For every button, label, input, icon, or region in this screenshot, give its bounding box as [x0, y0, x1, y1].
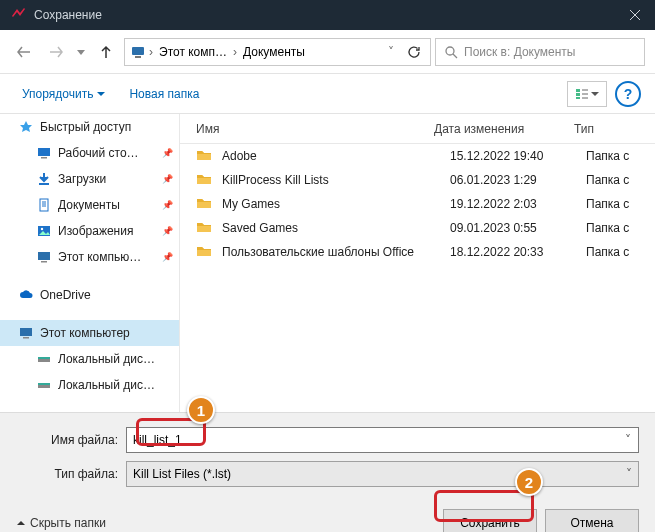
breadcrumb-item[interactable]: Этот комп… [155, 45, 231, 59]
pictures-icon [36, 223, 52, 239]
save-button[interactable]: Сохранить [443, 509, 537, 532]
sidebar-item-desktop[interactable]: Рабочий сто… 📌 [0, 140, 179, 166]
sidebar-item-label: Этот компьютер [40, 326, 130, 340]
sidebar-item-label: Локальный дис… [58, 378, 155, 392]
chevron-down-icon[interactable]: ˅ [618, 433, 638, 447]
sidebar-item-documents[interactable]: Документы 📌 [0, 192, 179, 218]
filetype-value: Kill List Files (*.lst) [133, 467, 231, 481]
file-row[interactable]: My Games19.12.2022 2:03Папка с [180, 192, 655, 216]
sidebar-item-label: Быстрый доступ [40, 120, 131, 134]
search-icon [444, 45, 458, 59]
svg-rect-5 [576, 97, 580, 99]
toolbar: Упорядочить Новая папка ? [0, 74, 655, 114]
svg-rect-7 [41, 157, 47, 159]
sidebar-item-label: Рабочий сто… [58, 146, 139, 160]
col-name[interactable]: Имя [180, 122, 434, 136]
file-type: Папка с [586, 221, 655, 235]
col-date[interactable]: Дата изменения [434, 122, 570, 136]
file-row[interactable]: Пользовательские шаблоны Office18.12.202… [180, 240, 655, 264]
file-date: 15.12.2022 19:40 [450, 149, 586, 163]
svg-rect-17 [38, 357, 50, 359]
filename-label: Имя файла: [16, 433, 118, 447]
pc-icon [18, 325, 34, 341]
chevron-down-icon[interactable]: ˅ [382, 45, 400, 59]
hide-folders-link[interactable]: Скрыть папки [16, 516, 106, 530]
sidebar-quickaccess[interactable]: Быстрый доступ [0, 114, 179, 140]
svg-rect-1 [135, 56, 141, 58]
svg-rect-6 [38, 148, 50, 156]
nav-history-dropdown[interactable] [74, 38, 88, 66]
svg-point-11 [41, 228, 43, 230]
window-title: Сохранение [34, 8, 645, 22]
pin-icon: 📌 [162, 226, 173, 236]
svg-rect-0 [132, 47, 144, 55]
sidebar-item-label: OneDrive [40, 288, 91, 302]
svg-rect-19 [38, 383, 50, 385]
filetype-combo[interactable]: Kill List Files (*.lst) ˅ [126, 461, 639, 487]
organize-button[interactable]: Упорядочить [14, 83, 113, 105]
breadcrumb-item[interactable]: Документы [239, 45, 309, 59]
filetype-label: Тип файла: [16, 467, 118, 481]
nav-up-button[interactable] [92, 38, 120, 66]
close-button[interactable] [615, 0, 655, 30]
folder-icon [196, 171, 214, 189]
desktop-icon [36, 145, 52, 161]
view-mode-button[interactable] [567, 81, 607, 107]
chevron-up-icon [16, 518, 26, 528]
nav-forward-button[interactable] [42, 38, 70, 66]
col-type[interactable]: Тип [570, 122, 655, 136]
file-type: Папка с [586, 149, 655, 163]
address-bar[interactable]: › Этот комп… › Документы ˅ [124, 38, 431, 66]
file-row[interactable]: KillProcess Kill Lists06.01.2023 1:29Пап… [180, 168, 655, 192]
file-date: 19.12.2022 2:03 [450, 197, 586, 211]
cancel-button[interactable]: Отмена [545, 509, 639, 532]
folder-icon [196, 147, 214, 165]
save-form: Имя файла: ˅ Тип файла: Kill List Files … [0, 412, 655, 503]
svg-rect-14 [20, 328, 32, 336]
nav-row: › Этот комп… › Документы ˅ Поиск в: Доку… [0, 30, 655, 74]
pin-icon: 📌 [162, 174, 173, 184]
column-headers[interactable]: Имя Дата изменения Тип [180, 114, 655, 144]
sidebar: Быстрый доступ Рабочий сто… 📌 Загрузки 📌… [0, 114, 180, 412]
cloud-icon [18, 287, 34, 303]
file-row[interactable]: Adobe15.12.2022 19:40Папка с [180, 144, 655, 168]
pin-icon: 📌 [162, 200, 173, 210]
chevron-right-icon: › [149, 45, 153, 59]
footer-bar: Скрыть папки Сохранить Отмена [0, 503, 655, 532]
folder-icon [196, 219, 214, 237]
sidebar-item-label: Изображения [58, 224, 133, 238]
svg-rect-9 [40, 199, 48, 211]
nav-back-button[interactable] [10, 38, 38, 66]
pin-icon: 📌 [162, 252, 173, 262]
sidebar-onedrive[interactable]: OneDrive [0, 282, 179, 308]
new-folder-button[interactable]: Новая папка [121, 83, 207, 105]
file-name: KillProcess Kill Lists [222, 173, 450, 187]
file-list: Имя Дата изменения Тип Adobe15.12.2022 1… [180, 114, 655, 412]
file-date: 09.01.2023 0:55 [450, 221, 586, 235]
filename-text[interactable] [127, 433, 618, 447]
file-type: Папка с [586, 173, 655, 187]
sidebar-item-drive[interactable]: Локальный дис… [0, 346, 179, 372]
pc-icon [36, 249, 52, 265]
svg-rect-12 [38, 252, 50, 260]
search-placeholder: Поиск в: Документы [464, 45, 576, 59]
sidebar-item-thispc-quick[interactable]: Этот компью… 📌 [0, 244, 179, 270]
sidebar-item-downloads[interactable]: Загрузки 📌 [0, 166, 179, 192]
sidebar-thispc[interactable]: Этот компьютер [0, 320, 179, 346]
help-button[interactable]: ? [615, 81, 641, 107]
file-date: 06.01.2023 1:29 [450, 173, 586, 187]
svg-rect-8 [39, 183, 49, 185]
refresh-button[interactable] [402, 38, 426, 66]
folder-icon [196, 195, 214, 213]
svg-rect-15 [23, 337, 29, 339]
file-row[interactable]: Saved Games09.01.2023 0:55Папка с [180, 216, 655, 240]
sidebar-item-label: Этот компью… [58, 250, 141, 264]
sidebar-item-drive[interactable]: Локальный дис… [0, 372, 179, 398]
sidebar-item-label: Загрузки [58, 172, 106, 186]
search-input[interactable]: Поиск в: Документы [435, 38, 645, 66]
chevron-down-icon: ˅ [626, 467, 632, 481]
drive-icon [36, 351, 52, 367]
svg-rect-3 [576, 89, 580, 92]
sidebar-item-pictures[interactable]: Изображения 📌 [0, 218, 179, 244]
filename-input[interactable]: ˅ [126, 427, 639, 453]
